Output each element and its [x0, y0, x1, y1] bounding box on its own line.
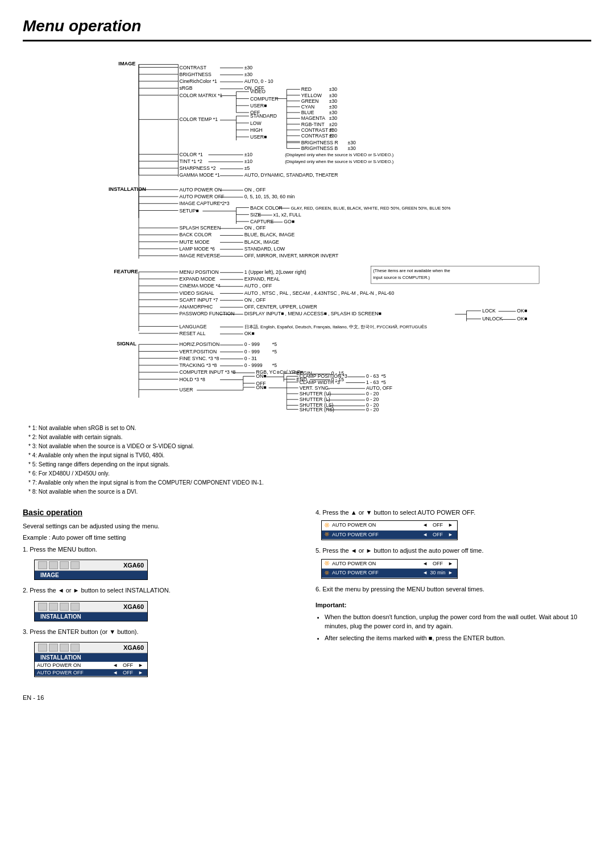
svg-text:GLAY, RED, GREEN, BLUE, BLACK,: GLAY, RED, GREEN, BLUE, BLACK, WHITE, RE…: [291, 206, 450, 211]
svg-text:±30: ±30: [329, 104, 338, 110]
step-1-num: 1.: [23, 546, 30, 553]
svg-text:COLOR MATRIX  *1: COLOR MATRIX *1: [180, 93, 223, 98]
svg-text:BRIGHTNESS R: BRIGHTNESS R: [301, 140, 338, 145]
svg-text:±30: ±30: [329, 98, 338, 104]
ap-on-label-1: AUTO POWER ON: [332, 521, 421, 529]
svg-text:0 - 999: 0 - 999: [244, 349, 260, 354]
svg-text:COMPUTER INPUT  *3 *8: COMPUTER INPUT *3 *8: [180, 369, 236, 375]
svg-text:RED: RED: [301, 86, 312, 92]
menu-tab-2: INSTALLATION: [35, 612, 147, 621]
svg-text:DISPLAY INPUT■ , MENU ACCESS■ : DISPLAY INPUT■ , MENU ACCESS■ , SPLASH I…: [244, 311, 381, 316]
svg-text:±30: ±30: [329, 86, 338, 92]
svg-text:CINEMA MODE  *4: CINEMA MODE *4: [180, 283, 221, 289]
svg-text:*5: *5: [272, 362, 277, 368]
svg-text:MUTE MODE: MUTE MODE: [180, 239, 210, 245]
svg-text:CLAMP POSITION  *3: CLAMP POSITION *3: [300, 373, 347, 379]
svg-text:±5: ±5: [244, 165, 250, 171]
svg-text:±30: ±30: [329, 133, 338, 139]
auto-power-on-val: OFF: [119, 662, 136, 668]
menu-icon-12: [70, 644, 80, 652]
svg-text:±30: ±30: [347, 140, 356, 145]
svg-text:*5: *5: [272, 341, 277, 347]
ap-on-val-1: OFF: [429, 521, 446, 529]
footnote-7: * 7: Available only when the input signa…: [28, 478, 591, 487]
svg-text:EXPAND MODE: EXPAND MODE: [180, 276, 216, 282]
svg-text:LOCK: LOCK: [482, 308, 496, 314]
svg-text:±10: ±10: [244, 158, 253, 164]
svg-text:SIZE: SIZE: [250, 212, 261, 218]
footnote-1: * 1: Not available when sRGB is set to O…: [28, 424, 591, 433]
footnotes: * 1: Not available when sRGB is set to O…: [28, 424, 591, 496]
svg-text:IMAGE REVERSE: IMAGE REVERSE: [180, 253, 221, 258]
auto-power-off-row-1: 🔅 AUTO POWER OFF ◄ OFF ►: [322, 531, 457, 540]
auto-power-off-label: AUTO POWER OFF: [37, 670, 111, 675]
svg-text:MENU POSITION: MENU POSITION: [180, 269, 219, 275]
svg-text:FEATURE: FEATURE: [114, 269, 138, 274]
svg-text:AUTO , NTSC , PAL , SECAM , 4.: AUTO , NTSC , PAL , SECAM , 4.43NTSC , P…: [244, 290, 395, 296]
svg-text:±30: ±30: [329, 127, 338, 133]
auto-power-menu-1: 🔆 AUTO POWER ON ◄ OFF ► 🔅 AUTO POWER OFF…: [321, 520, 458, 540]
auto-power-on-row-2: 🔆 AUTO POWER ON ◄ OFF ►: [322, 560, 457, 569]
svg-text:GAMMA MODE  *1: GAMMA MODE *1: [180, 172, 220, 178]
svg-text:ANAMORPHIC: ANAMORPHIC: [180, 304, 213, 310]
step-2-num: 2.: [23, 587, 30, 594]
svg-text:±20: ±20: [329, 122, 338, 127]
svg-text:ON , OFF: ON , OFF: [244, 225, 266, 231]
svg-text:OK■: OK■: [517, 316, 527, 322]
basic-op-desc1: Several settings can be adjusted using t…: [23, 521, 298, 531]
auto-power-off-val: OFF: [119, 670, 136, 675]
svg-text:SIGNAL: SIGNAL: [117, 341, 136, 347]
menu-row-auto-power-on: AUTO POWER ON ◄ OFF ►: [35, 662, 147, 669]
menu-icon-8: [70, 603, 80, 611]
menu-icon-1: [38, 561, 47, 569]
svg-text:*5: *5: [381, 373, 386, 379]
ap-off-label-1: AUTO POWER OFF: [332, 531, 421, 539]
svg-text:CLAMP WIDTH  *3: CLAMP WIDTH *3: [300, 379, 340, 385]
svg-text:GREEN: GREEN: [301, 98, 319, 104]
svg-text:OFF, MIRROR, INVERT, MIRROR IN: OFF, MIRROR, INVERT, MIRROR INVERT: [244, 253, 339, 258]
auto-power-off-row-2: 🔅 AUTO POWER OFF ◄ 30 min ►: [322, 569, 457, 578]
svg-text:input source is COMPUTER.): input source is COMPUTER.): [373, 275, 430, 280]
step-2-text: Press the ◄ or ► button to select INSTAL…: [30, 587, 171, 594]
menu-mockup-3: XGA60 INSTALLATION AUTO POWER ON ◄ OFF ►…: [34, 642, 148, 677]
svg-text:VERT.POSITION: VERT.POSITION: [180, 349, 217, 354]
page-number: EN - 16: [23, 694, 591, 701]
menu-icon-2: [49, 561, 58, 569]
step-6-text: Exit the menu by pressing the MENU butto…: [322, 586, 484, 592]
svg-text:CYAN: CYAN: [301, 104, 314, 110]
svg-text:CONTRAST B: CONTRAST B: [301, 133, 333, 139]
menu-mockup-2: XGA60 INSTALLATION: [34, 601, 148, 621]
svg-text:sRGB: sRGB: [180, 85, 193, 91]
page-title: Menu operation: [23, 17, 591, 41]
auto-power-off-icon-1: 🔅: [324, 531, 330, 538]
step-3-text: Press the ENTER button (or ▼ button).: [30, 628, 138, 635]
footnote-5: * 5: Setting range differs depending on …: [28, 460, 591, 469]
svg-text:SPLASH SCREEN: SPLASH SCREEN: [180, 225, 221, 231]
important-title: Important:: [316, 602, 346, 608]
step-3: 3. Press the ENTER button (or ▼ button).: [23, 627, 298, 637]
footnote-2: * 2: Not available with certain signals.: [28, 433, 591, 442]
svg-text:SCART INPUT  *7: SCART INPUT *7: [180, 297, 218, 303]
svg-text:OK■: OK■: [517, 308, 527, 314]
step-1: 1. Press the MENU button.: [23, 545, 298, 554]
step-4: 4. Press the ▲ or ▼ button to select AUT…: [316, 508, 591, 518]
auto-power-on-icon-2: 🔆: [324, 560, 330, 567]
svg-text:LAMP MODE  *6: LAMP MODE *6: [180, 246, 215, 252]
svg-text:GO■: GO■: [284, 219, 294, 224]
svg-text:ON■: ON■: [256, 373, 266, 379]
svg-text:0 - 63: 0 - 63: [366, 373, 379, 379]
svg-text:*5: *5: [381, 379, 386, 385]
svg-text:USER: USER: [180, 387, 193, 393]
menu-diagram: IMAGE CONTRAST ±30 BRIGHTNESS ±30 CineRi…: [23, 53, 591, 414]
important-bullet-2: After selecting the items marked with ■,…: [325, 633, 591, 643]
svg-text:SHUTTER (RS): SHUTTER (RS): [300, 407, 334, 412]
svg-text:AUTO POWER ON: AUTO POWER ON: [180, 187, 222, 193]
svg-text:AUTO POWER OFF: AUTO POWER OFF: [180, 194, 225, 199]
footnote-6: * 6: For XD480U / XD450U only.: [28, 469, 591, 478]
svg-text:BLUE: BLUE: [301, 110, 314, 115]
svg-text:0 - 20: 0 - 20: [366, 391, 379, 397]
step-1-text: Press the MENU button.: [30, 546, 97, 553]
svg-text:±30: ±30: [329, 110, 338, 115]
ap-off-val-1: OFF: [429, 531, 446, 539]
menu-tab-3: INSTALLATION: [35, 653, 147, 662]
